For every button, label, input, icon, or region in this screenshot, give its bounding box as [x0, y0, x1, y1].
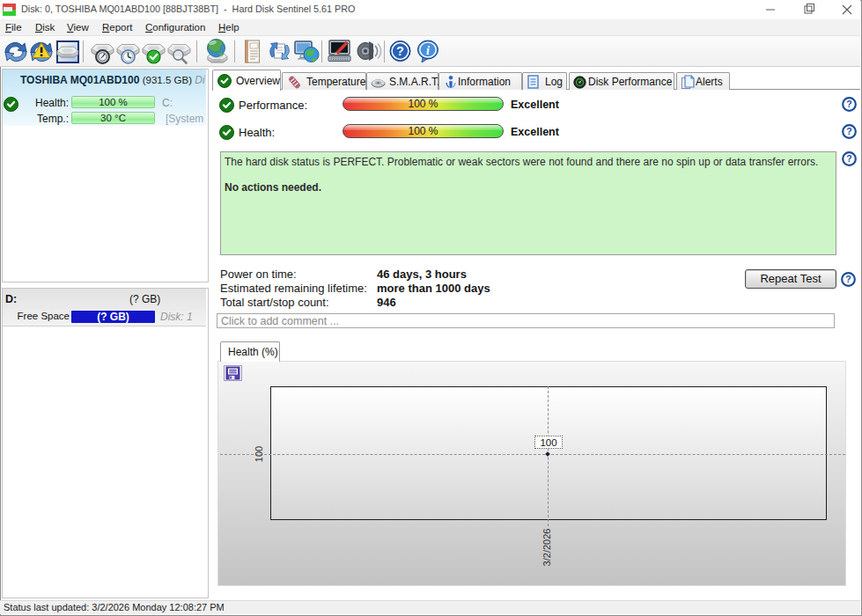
svg-text:?: ?: [396, 44, 404, 58]
svg-text:i: i: [426, 44, 430, 57]
